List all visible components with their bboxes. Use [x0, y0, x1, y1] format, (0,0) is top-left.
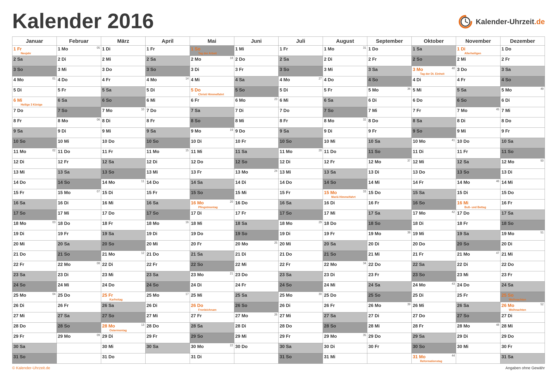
- day-cell: 22 Fr: [145, 261, 190, 271]
- day-cell: 11 Fr: [456, 148, 500, 159]
- day-cell: 7 Mo10: [101, 107, 145, 117]
- day-cell: 29 Do: [367, 333, 412, 343]
- day-cell: 27 Mo26: [234, 312, 278, 323]
- day-label: 19 So: [235, 231, 247, 236]
- day-cell: 6 So: [456, 97, 500, 107]
- day-cell: 11 Mo02: [12, 148, 57, 159]
- day-cell: 28 Do: [278, 323, 323, 333]
- day-cell: 26 MoWeihnachten52: [500, 302, 545, 312]
- day-label: 30 Sa: [147, 344, 158, 349]
- day-cell: 9 Fr: [367, 128, 412, 138]
- day-label: 12 Mo: [368, 159, 381, 165]
- day-label: 24 Mi: [324, 282, 335, 288]
- day-cell: 28 Mi: [367, 323, 412, 333]
- day-label: 30 Sa: [13, 344, 25, 349]
- year-calendar-table: JanuarFebruarMärzAprilMaiJuniJuliAugustS…: [12, 37, 545, 364]
- holiday-label: Tag der Arbeit: [198, 52, 217, 55]
- day-cell: 5 Fr: [57, 87, 101, 97]
- day-label: 7 Mi: [368, 108, 377, 113]
- day-cell: 28 Mo48: [456, 323, 500, 333]
- day-label: 4 Mo: [147, 77, 157, 82]
- day-cell: 31 Di: [190, 353, 234, 364]
- day-cell: 2 Mo18: [190, 56, 234, 66]
- day-cell: 1 SoTag der Arbeit: [190, 46, 234, 56]
- day-cell: 28 Do: [12, 323, 57, 333]
- day-cell: 20 So: [456, 240, 500, 251]
- day-cell: 4 Do: [57, 76, 101, 87]
- day-cell: 12 Fr: [57, 159, 101, 169]
- day-cell: 28 Do: [145, 323, 190, 333]
- day-label: 3 Fr: [235, 67, 244, 72]
- day-cell: 20 Mo25: [234, 240, 278, 251]
- day-cell: 7 Fr: [412, 107, 456, 117]
- day-label: 9 Sa: [279, 128, 289, 134]
- week-number: 26: [274, 313, 278, 316]
- day-cell: 31 Mi: [323, 353, 367, 364]
- day-cell: 21 Mo12: [101, 251, 145, 261]
- day-cell: 22 Di: [101, 261, 145, 271]
- day-cell: 19 So: [234, 230, 278, 240]
- day-label: 5 Sa: [457, 87, 467, 93]
- holiday-label: Karfreitag: [109, 298, 123, 301]
- day-cell: 29 So: [190, 333, 234, 343]
- day-cell: 3 Sa: [500, 66, 545, 76]
- day-label: 11 Mo: [147, 149, 159, 154]
- week-number: 13: [141, 323, 144, 327]
- week-number: 38: [407, 231, 410, 234]
- day-cell: 17 Sa: [500, 210, 545, 220]
- day-cell: 22 Do: [500, 261, 545, 271]
- week-number: 10: [141, 108, 144, 111]
- day-cell: 6 Di: [500, 97, 545, 107]
- day-cell: 7 So: [323, 107, 367, 117]
- day-cell: 19 Do: [190, 230, 234, 240]
- day-label: 20 Do: [413, 241, 425, 247]
- day-cell: 1 Fr: [145, 46, 190, 56]
- day-label: 6 Sa: [58, 97, 67, 103]
- day-label: 11 Fr: [457, 149, 468, 154]
- day-cell: 19 Mo38: [367, 230, 412, 240]
- day-cell: 23 Di: [323, 271, 367, 281]
- day-label: 17 So: [147, 210, 159, 216]
- page-header: Kalender 2016 Kalender-Uhrzeit.de: [12, 10, 545, 31]
- day-cell: 9 So: [412, 128, 456, 138]
- day-cell: 8 Fr: [278, 117, 323, 128]
- day-label: 10 Do: [102, 139, 115, 144]
- week-number: 29: [319, 221, 322, 224]
- day-cell: 17 Sa: [367, 210, 412, 220]
- day-label: 16 Mi: [457, 200, 468, 206]
- day-label: 9 Sa: [147, 128, 156, 134]
- day-label: 13 Mi: [13, 169, 25, 175]
- day-cell: 10 Do: [101, 138, 145, 148]
- day-label: 4 Fr: [457, 77, 466, 82]
- day-cell: 9 Di: [323, 128, 367, 138]
- day-cell: 17 Di: [190, 210, 234, 220]
- day-label: 3 Do: [102, 67, 112, 72]
- day-cell: 19 Mi: [412, 230, 456, 240]
- day-label: 21 Mo: [102, 251, 115, 257]
- day-cell: 14 Mo46: [456, 179, 500, 189]
- day-cell: 15 Fr: [145, 189, 190, 200]
- day-cell: 7 Mi: [367, 107, 412, 117]
- day-label: 21 Mo: [457, 251, 470, 257]
- day-cell: 17 So: [12, 210, 57, 220]
- day-cell: 25 Mo04: [12, 292, 57, 302]
- month-header: Oktober: [412, 37, 456, 46]
- day-cell: 14 Sa: [190, 179, 234, 189]
- day-cell: 23 So: [412, 271, 456, 281]
- day-label: 18 So: [501, 221, 514, 226]
- day-label: 12 Fr: [324, 159, 335, 165]
- day-cell: 24 Mo43: [412, 281, 456, 292]
- day-cell: 8 Di: [456, 117, 500, 128]
- day-cell: 14 Mo11: [101, 179, 145, 189]
- week-number: 32: [363, 118, 366, 121]
- day-cell: 4 Sa: [234, 76, 278, 87]
- day-label: 10 Do: [457, 139, 469, 144]
- day-label: 30 Mi: [457, 344, 468, 349]
- day-cell: 4 Fr: [456, 76, 500, 87]
- day-label: 17 Di: [191, 210, 202, 216]
- day-cell: 5 DoChristi Himmelfahrt: [190, 87, 234, 97]
- week-number: 06: [97, 118, 100, 121]
- holiday-label: Mariä Himmelfahrt: [331, 195, 356, 199]
- day-cell: 25 Mo17: [145, 292, 190, 302]
- logo-text: Kalender-Uhrzeit.de: [476, 17, 545, 26]
